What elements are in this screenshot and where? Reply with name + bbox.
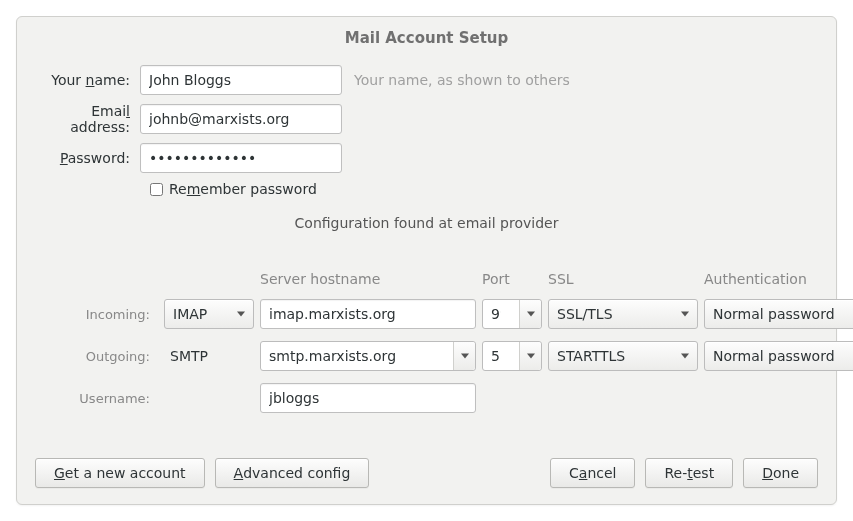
advanced-config-button[interactable]: Advanced config [215,458,370,488]
outgoing-auth-value: Normal password [713,348,835,364]
done-button[interactable]: Done [743,458,818,488]
incoming-hostname-input[interactable] [260,299,476,329]
outgoing-port-combo[interactable] [482,341,542,371]
password-row: Password: [35,143,818,173]
username-input[interactable] [260,383,476,413]
incoming-ssl-select[interactable]: SSL/TLS [548,299,698,329]
chevron-down-icon [519,342,541,370]
retest-button[interactable]: Re-test [645,458,733,488]
chevron-down-icon [237,312,245,317]
name-hint: Your name, as shown to others [342,72,570,88]
incoming-protocol-value: IMAP [173,306,207,322]
outgoing-ssl-value: STARTTLS [557,348,625,364]
remember-checkbox[interactable] [150,183,163,196]
chevron-down-icon [681,354,689,359]
incoming-auth-select[interactable]: Normal password [704,299,853,329]
server-grid: Server hostname Port SSL Authentication … [63,271,818,413]
incoming-auth-value: Normal password [713,306,835,322]
incoming-port-combo[interactable] [482,299,542,329]
email-row: Email address: [35,103,818,135]
button-bar: Get a new account Advanced config Cancel… [35,458,818,488]
header-ssl: SSL [548,271,698,287]
mail-account-setup-dialog: Mail Account Setup Your name: Your name,… [16,16,837,505]
name-row: Your name: Your name, as shown to others [35,65,818,95]
header-port: Port [482,271,542,287]
username-label: Username: [63,391,158,406]
name-input[interactable] [140,65,342,95]
chevron-down-icon [681,312,689,317]
remember-label[interactable]: Remember password [169,181,317,197]
outgoing-auth-select[interactable]: Normal password [704,341,853,371]
incoming-port-input[interactable] [491,300,501,328]
remember-row: Remember password [35,181,818,197]
incoming-ssl-value: SSL/TLS [557,306,613,322]
chevron-down-icon [519,300,541,328]
outgoing-port-input[interactable] [491,342,501,370]
outgoing-protocol: SMTP [164,341,254,371]
header-auth: Authentication [704,271,853,287]
dialog-title: Mail Account Setup [35,27,818,65]
cancel-button[interactable]: Cancel [550,458,635,488]
chevron-down-icon [453,342,475,370]
incoming-protocol-select[interactable]: IMAP [164,299,254,329]
password-input[interactable] [140,143,342,173]
email-label: Email address: [35,103,140,135]
status-text: Configuration found at email provider [35,215,818,231]
get-new-account-button[interactable]: Get a new account [35,458,205,488]
name-label: Your name: [35,72,140,88]
outgoing-label: Outgoing: [63,349,158,364]
header-hostname: Server hostname [260,271,476,287]
incoming-label: Incoming: [63,307,158,322]
password-label: Password: [35,150,140,166]
outgoing-hostname-input[interactable] [269,342,435,370]
outgoing-ssl-select[interactable]: STARTTLS [548,341,698,371]
email-input[interactable] [140,104,342,134]
outgoing-hostname-combo[interactable] [260,341,476,371]
